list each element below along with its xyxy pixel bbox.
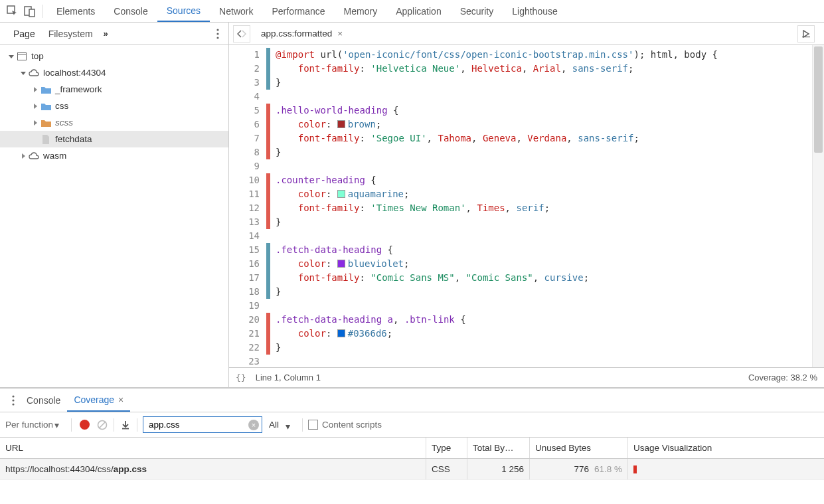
col-header-total[interactable]: Total By… <box>467 438 530 458</box>
content-scripts-label: Content scripts <box>322 420 382 430</box>
tree-label: top <box>31 51 44 61</box>
history-nav-icon[interactable] <box>233 25 250 42</box>
main-toolbar: ElementsConsoleSourcesNetworkPerformance… <box>0 0 824 23</box>
tree-item-fetchdata[interactable]: fetchdata <box>0 131 228 147</box>
tree-label: css <box>55 101 68 111</box>
file-icon <box>41 134 51 145</box>
spacer <box>31 135 40 144</box>
tree-item-css[interactable]: css <box>0 98 228 114</box>
close-icon[interactable]: × <box>337 29 343 39</box>
svg-point-11 <box>12 403 14 405</box>
drawer-tab-console[interactable]: Console <box>20 388 67 412</box>
svg-rect-6 <box>18 52 27 60</box>
svg-rect-8 <box>802 37 810 37</box>
svg-rect-2 <box>29 9 35 17</box>
col-header-url[interactable]: URL <box>0 438 426 458</box>
editor-tab-label: app.css:formatted <box>261 29 332 39</box>
sources-sidebar: PageFilesystem » toplocalhost:44304_fram… <box>0 23 229 387</box>
code-editor[interactable]: @import url('open-iconic/font/css/open-i… <box>270 45 812 367</box>
tab-sources[interactable]: Sources <box>157 0 210 22</box>
coverage-mode-label[interactable]: Per function <box>5 420 53 430</box>
col-header-usage[interactable]: Usage Visualization <box>628 438 824 458</box>
more-tabs-icon[interactable]: » <box>100 29 112 39</box>
clear-button[interactable] <box>96 419 108 431</box>
expand-arrow-icon[interactable] <box>31 102 40 111</box>
tab-lighthouse[interactable]: Lighthouse <box>503 0 567 22</box>
close-icon[interactable]: × <box>118 394 124 405</box>
expand-arrow-icon[interactable] <box>7 52 16 61</box>
expand-arrow-icon[interactable] <box>31 85 40 94</box>
coverage-row[interactable]: https://localhost:44304/css/app.cssCSS1 … <box>0 459 824 480</box>
sidebar-tab-filesystem[interactable]: Filesystem <box>42 23 100 44</box>
tab-console[interactable]: Console <box>104 0 157 22</box>
svg-point-10 <box>12 399 14 401</box>
coverage-toolbar: Per function ▾ × All Content scripts <box>0 412 824 438</box>
coverage-summary: Coverage: 38.2 % <box>748 373 817 382</box>
editor-tab[interactable]: app.css:formatted × <box>256 23 348 44</box>
svg-point-3 <box>216 29 218 31</box>
coverage-table: URL Type Total By… Unused Bytes Usage Vi… <box>0 438 824 504</box>
inspect-element-icon[interactable] <box>4 3 21 20</box>
folder-blue-icon <box>41 84 51 95</box>
tab-memory[interactable]: Memory <box>335 0 387 22</box>
cell-usage <box>628 459 824 479</box>
cell-total: 1 256 <box>467 459 530 479</box>
expand-arrow-icon[interactable] <box>19 151 28 161</box>
export-button[interactable] <box>120 419 131 431</box>
tree-label: fetchdata <box>55 134 92 144</box>
tree-item--framework[interactable]: _framework <box>0 81 228 98</box>
record-button[interactable] <box>80 420 90 430</box>
svg-line-13 <box>100 422 106 428</box>
tab-elements[interactable]: Elements <box>47 0 104 22</box>
tab-security[interactable]: Security <box>451 0 503 22</box>
content-scripts-checkbox[interactable] <box>308 420 318 430</box>
cell-url: https://localhost:44304/css/app.css <box>0 459 426 479</box>
device-toggle-icon[interactable] <box>21 3 39 20</box>
svg-point-9 <box>12 395 14 397</box>
drawer-tab-coverage[interactable]: Coverage × <box>67 388 130 412</box>
col-header-unused[interactable]: Unused Bytes <box>530 438 628 458</box>
editor-status-bar: {} Line 1, Column 1 Coverage: 38.2 % <box>229 367 824 387</box>
usage-bar <box>633 465 637 473</box>
tree-label: localhost:44304 <box>43 68 106 78</box>
panel-tabs: ElementsConsoleSourcesNetworkPerformance… <box>47 0 567 22</box>
cursor-position: Line 1, Column 1 <box>256 373 321 382</box>
tree-item-top[interactable]: top <box>0 48 228 64</box>
drawer: ConsoleCoverage × Per function ▾ × All <box>0 388 824 504</box>
vertical-scrollbar[interactable] <box>812 45 824 367</box>
file-tree[interactable]: toplocalhost:44304_frameworkcssscssfetch… <box>0 45 228 387</box>
cloud-icon <box>29 68 39 78</box>
run-snippet-icon[interactable] <box>797 25 815 42</box>
cloud-icon <box>29 151 39 161</box>
sidebar-menu-icon[interactable] <box>214 29 222 39</box>
expand-arrow-icon[interactable] <box>31 118 40 127</box>
sidebar-tab-page[interactable]: Page <box>7 23 42 44</box>
tab-performance[interactable]: Performance <box>262 0 334 22</box>
col-header-type[interactable]: Type <box>426 438 467 458</box>
pretty-print-icon[interactable]: {} <box>236 373 246 382</box>
tab-application[interactable]: Application <box>386 0 451 22</box>
tree-item-localhost-44304[interactable]: localhost:44304 <box>0 64 228 81</box>
url-filter-input[interactable] <box>143 416 262 433</box>
window-icon <box>17 51 27 62</box>
expand-arrow-icon[interactable] <box>19 68 28 78</box>
tab-network[interactable]: Network <box>210 0 262 22</box>
folder-blue-icon <box>41 101 51 112</box>
clear-filter-icon[interactable]: × <box>248 420 259 430</box>
tree-label: _framework <box>55 84 102 94</box>
dropdown-icon[interactable]: ▾ <box>54 420 59 430</box>
drawer-menu-icon[interactable] <box>7 395 20 406</box>
tree-item-wasm[interactable]: wasm <box>0 147 228 164</box>
line-gutter: 1234567891011121314151617181920212223 <box>229 45 266 367</box>
tree-label: scss <box>55 118 73 127</box>
folder-orange-icon <box>41 118 51 128</box>
cell-type: CSS <box>426 459 467 479</box>
tree-label: wasm <box>43 151 66 161</box>
cell-unused: 77661.8 % <box>530 459 628 479</box>
type-filter-select[interactable]: All <box>269 420 290 430</box>
tree-item-scss[interactable]: scss <box>0 114 228 131</box>
svg-point-5 <box>216 37 218 39</box>
svg-point-4 <box>216 33 218 35</box>
